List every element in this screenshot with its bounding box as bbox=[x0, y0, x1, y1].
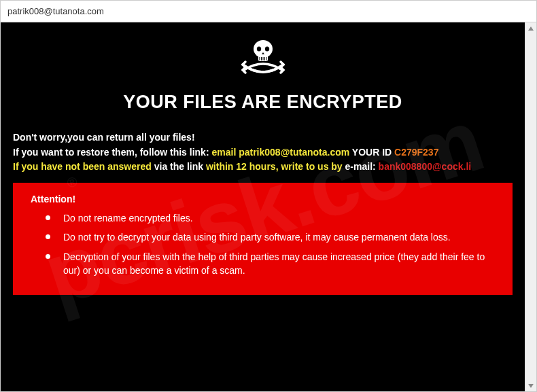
svg-point-3 bbox=[264, 46, 268, 51]
vertical-scrollbar[interactable] bbox=[525, 22, 536, 391]
attention-list: Do not rename encrypted files. Do not tr… bbox=[31, 211, 495, 277]
text-segment: If you have not been answered bbox=[13, 161, 154, 172]
svg-rect-4 bbox=[259, 57, 260, 60]
intro-line-3: If you have not been answered via the li… bbox=[13, 160, 513, 175]
text-segment: If you want to restore them, follow this… bbox=[13, 147, 211, 158]
contact-email-primary: email patrik008@tutanota.com bbox=[211, 147, 349, 158]
attention-title: Attention! bbox=[31, 194, 495, 204]
scroll-down-arrow-icon[interactable] bbox=[525, 380, 536, 391]
intro-line-1: Don't worry,you can return all your file… bbox=[13, 130, 513, 145]
text-segment: e-mail: bbox=[345, 161, 379, 172]
scroll-up-arrow-icon[interactable] bbox=[525, 22, 536, 34]
list-item: Decryption of your files with the help o… bbox=[46, 250, 495, 278]
your-id-label: YOUR ID bbox=[349, 147, 394, 158]
victim-id: C279F237 bbox=[394, 147, 438, 158]
attention-box: Attention! Do not rename encrypted files… bbox=[13, 183, 513, 295]
content-wrap: ®pcrisk.com bbox=[1, 22, 536, 391]
svg-rect-6 bbox=[262, 57, 263, 60]
svg-point-2 bbox=[256, 46, 260, 51]
skull-crossbones-icon bbox=[239, 37, 288, 82]
text-segment: via the link bbox=[154, 161, 206, 172]
ransom-note-content: ®pcrisk.com bbox=[1, 22, 525, 391]
svg-rect-5 bbox=[261, 57, 262, 60]
intro-line-2: If you want to restore them, follow this… bbox=[13, 145, 513, 160]
svg-rect-8 bbox=[266, 57, 266, 60]
skull-icon-block bbox=[13, 37, 513, 82]
list-item: Do not try to decrypt your data using th… bbox=[46, 230, 495, 244]
text-segment: within 12 hours, write to us by bbox=[206, 161, 345, 172]
window-title: patrik008@tutanota.com bbox=[7, 6, 104, 16]
main-heading: YOUR FILES ARE ENCRYPTED bbox=[13, 92, 513, 113]
window-titlebar[interactable]: patrik008@tutanota.com bbox=[1, 1, 536, 22]
instructions-block: Don't worry,you can return all your file… bbox=[13, 130, 513, 175]
contact-email-secondary: bank008800@cock.li bbox=[379, 161, 472, 172]
list-item: Do not rename encrypted files. bbox=[46, 211, 495, 225]
svg-rect-7 bbox=[264, 57, 265, 60]
